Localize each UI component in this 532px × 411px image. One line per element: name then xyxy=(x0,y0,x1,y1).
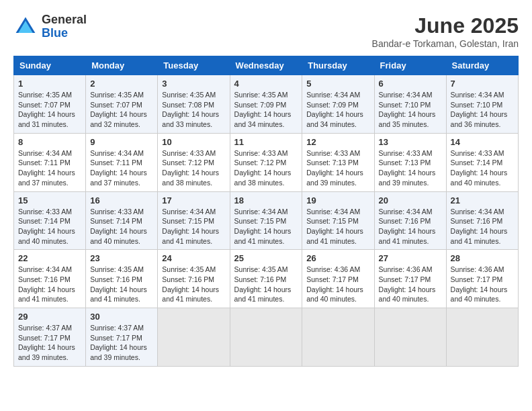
calendar-cell: 1Sunrise: 4:35 AM Sunset: 7:07 PM Daylig… xyxy=(14,75,86,134)
day-info: Sunrise: 4:35 AM Sunset: 7:08 PM Dayligh… xyxy=(162,90,225,130)
calendar-cell: 26Sunrise: 4:36 AM Sunset: 7:17 PM Dayli… xyxy=(302,250,374,308)
day-info: Sunrise: 4:36 AM Sunset: 7:17 PM Dayligh… xyxy=(451,265,514,304)
day-number: 25 xyxy=(234,253,298,263)
day-number: 27 xyxy=(379,253,442,263)
calendar-cell: 13Sunrise: 4:33 AM Sunset: 7:13 PM Dayli… xyxy=(374,133,446,191)
day-info: Sunrise: 4:33 AM Sunset: 7:13 PM Dayligh… xyxy=(379,148,442,188)
calendar-cell: 19Sunrise: 4:34 AM Sunset: 7:15 PM Dayli… xyxy=(302,191,374,250)
day-info: Sunrise: 4:35 AM Sunset: 7:07 PM Dayligh… xyxy=(18,90,81,130)
calendar-cell: 2Sunrise: 4:35 AM Sunset: 7:07 PM Daylig… xyxy=(86,75,158,134)
calendar-cell: 9Sunrise: 4:34 AM Sunset: 7:11 PM Daylig… xyxy=(86,133,158,191)
calendar-cell: 21Sunrise: 4:34 AM Sunset: 7:16 PM Dayli… xyxy=(446,191,518,250)
day-info: Sunrise: 4:34 AM Sunset: 7:10 PM Dayligh… xyxy=(379,90,442,130)
day-number: 3 xyxy=(162,79,225,89)
column-header-monday: Monday xyxy=(86,56,158,75)
column-header-sunday: Sunday xyxy=(14,56,86,75)
day-number: 26 xyxy=(306,253,369,263)
calendar-week-3: 15Sunrise: 4:33 AM Sunset: 7:14 PM Dayli… xyxy=(14,191,519,250)
calendar-cell: 30Sunrise: 4:37 AM Sunset: 7:17 PM Dayli… xyxy=(86,308,158,367)
calendar-cell: 17Sunrise: 4:34 AM Sunset: 7:15 PM Dayli… xyxy=(158,191,230,250)
title-area: June 2025 Bandar-e Torkaman, Golestan, I… xyxy=(372,13,519,49)
day-number: 19 xyxy=(306,195,369,205)
day-info: Sunrise: 4:33 AM Sunset: 7:13 PM Dayligh… xyxy=(306,148,369,188)
day-number: 18 xyxy=(234,195,298,205)
calendar-cell xyxy=(230,308,302,367)
day-info: Sunrise: 4:33 AM Sunset: 7:14 PM Dayligh… xyxy=(451,148,514,188)
calendar-cell: 15Sunrise: 4:33 AM Sunset: 7:14 PM Dayli… xyxy=(14,191,86,250)
day-info: Sunrise: 4:34 AM Sunset: 7:16 PM Dayligh… xyxy=(451,207,514,246)
calendar-cell: 3Sunrise: 4:35 AM Sunset: 7:08 PM Daylig… xyxy=(158,75,230,134)
calendar-cell: 24Sunrise: 4:35 AM Sunset: 7:16 PM Dayli… xyxy=(158,250,230,308)
day-info: Sunrise: 4:34 AM Sunset: 7:10 PM Dayligh… xyxy=(451,90,514,130)
calendar-cell: 23Sunrise: 4:35 AM Sunset: 7:16 PM Dayli… xyxy=(86,250,158,308)
day-number: 30 xyxy=(90,312,153,322)
calendar-cell: 27Sunrise: 4:36 AM Sunset: 7:17 PM Dayli… xyxy=(374,250,446,308)
day-info: Sunrise: 4:35 AM Sunset: 7:09 PM Dayligh… xyxy=(234,90,298,130)
day-number: 16 xyxy=(90,195,153,205)
calendar-cell: 5Sunrise: 4:34 AM Sunset: 7:09 PM Daylig… xyxy=(302,75,374,134)
calendar-week-4: 22Sunrise: 4:34 AM Sunset: 7:16 PM Dayli… xyxy=(14,250,519,308)
day-number: 14 xyxy=(451,137,514,147)
day-info: Sunrise: 4:36 AM Sunset: 7:17 PM Dayligh… xyxy=(379,265,442,304)
column-header-friday: Friday xyxy=(374,56,446,75)
calendar-week-2: 8Sunrise: 4:34 AM Sunset: 7:11 PM Daylig… xyxy=(14,133,519,191)
calendar-cell: 29Sunrise: 4:37 AM Sunset: 7:17 PM Dayli… xyxy=(14,308,86,367)
day-info: Sunrise: 4:33 AM Sunset: 7:14 PM Dayligh… xyxy=(90,207,153,246)
calendar-cell: 6Sunrise: 4:34 AM Sunset: 7:10 PM Daylig… xyxy=(374,75,446,134)
calendar-cell xyxy=(374,308,446,367)
day-number: 10 xyxy=(162,137,225,147)
day-info: Sunrise: 4:36 AM Sunset: 7:17 PM Dayligh… xyxy=(306,265,369,304)
calendar-cell xyxy=(446,308,518,367)
day-info: Sunrise: 4:35 AM Sunset: 7:07 PM Dayligh… xyxy=(90,90,153,130)
day-info: Sunrise: 4:35 AM Sunset: 7:16 PM Dayligh… xyxy=(234,265,298,304)
calendar-cell xyxy=(302,308,374,367)
logo-icon xyxy=(13,15,38,39)
column-header-saturday: Saturday xyxy=(446,56,518,75)
calendar-cell: 18Sunrise: 4:34 AM Sunset: 7:15 PM Dayli… xyxy=(230,191,302,250)
calendar-week-5: 29Sunrise: 4:37 AM Sunset: 7:17 PM Dayli… xyxy=(14,308,519,367)
page-header: General Blue June 2025 Bandar-e Torkaman… xyxy=(13,13,519,49)
day-info: Sunrise: 4:34 AM Sunset: 7:16 PM Dayligh… xyxy=(18,265,81,304)
day-number: 8 xyxy=(18,137,81,147)
column-header-thursday: Thursday xyxy=(302,56,374,75)
day-number: 13 xyxy=(379,137,442,147)
day-info: Sunrise: 4:37 AM Sunset: 7:17 PM Dayligh… xyxy=(18,323,81,363)
calendar-cell: 11Sunrise: 4:33 AM Sunset: 7:12 PM Dayli… xyxy=(230,133,302,191)
day-info: Sunrise: 4:34 AM Sunset: 7:09 PM Dayligh… xyxy=(306,90,369,130)
day-number: 6 xyxy=(379,79,442,89)
day-info: Sunrise: 4:34 AM Sunset: 7:15 PM Dayligh… xyxy=(306,207,369,246)
day-info: Sunrise: 4:33 AM Sunset: 7:14 PM Dayligh… xyxy=(18,207,81,246)
calendar-cell: 4Sunrise: 4:35 AM Sunset: 7:09 PM Daylig… xyxy=(230,75,302,134)
location-subtitle: Bandar-e Torkaman, Golestan, Iran xyxy=(372,38,519,49)
day-number: 28 xyxy=(451,253,514,263)
day-number: 20 xyxy=(379,195,442,205)
calendar-cell: 10Sunrise: 4:33 AM Sunset: 7:12 PM Dayli… xyxy=(158,133,230,191)
month-title: June 2025 xyxy=(372,13,519,38)
day-info: Sunrise: 4:35 AM Sunset: 7:16 PM Dayligh… xyxy=(162,265,225,304)
day-number: 7 xyxy=(451,79,514,89)
day-number: 22 xyxy=(18,253,81,263)
day-info: Sunrise: 4:34 AM Sunset: 7:15 PM Dayligh… xyxy=(162,207,225,246)
day-number: 12 xyxy=(306,137,369,147)
calendar-cell: 16Sunrise: 4:33 AM Sunset: 7:14 PM Dayli… xyxy=(86,191,158,250)
logo: General Blue xyxy=(13,13,87,40)
day-number: 23 xyxy=(90,253,153,263)
calendar-cell: 7Sunrise: 4:34 AM Sunset: 7:10 PM Daylig… xyxy=(446,75,518,134)
calendar-cell: 12Sunrise: 4:33 AM Sunset: 7:13 PM Dayli… xyxy=(302,133,374,191)
column-header-wednesday: Wednesday xyxy=(230,56,302,75)
column-header-tuesday: Tuesday xyxy=(158,56,230,75)
calendar-table: SundayMondayTuesdayWednesdayThursdayFrid… xyxy=(13,56,519,367)
calendar-cell xyxy=(158,308,230,367)
day-number: 11 xyxy=(234,137,298,147)
day-number: 15 xyxy=(18,195,81,205)
day-info: Sunrise: 4:37 AM Sunset: 7:17 PM Dayligh… xyxy=(90,323,153,363)
calendar-cell: 25Sunrise: 4:35 AM Sunset: 7:16 PM Dayli… xyxy=(230,250,302,308)
day-info: Sunrise: 4:35 AM Sunset: 7:16 PM Dayligh… xyxy=(90,265,153,304)
calendar-cell: 20Sunrise: 4:34 AM Sunset: 7:16 PM Dayli… xyxy=(374,191,446,250)
logo-text: General Blue xyxy=(42,13,87,40)
day-info: Sunrise: 4:33 AM Sunset: 7:12 PM Dayligh… xyxy=(162,148,225,188)
day-info: Sunrise: 4:34 AM Sunset: 7:11 PM Dayligh… xyxy=(18,148,81,188)
day-info: Sunrise: 4:34 AM Sunset: 7:16 PM Dayligh… xyxy=(379,207,442,246)
day-number: 29 xyxy=(18,312,81,322)
day-number: 4 xyxy=(234,79,298,89)
